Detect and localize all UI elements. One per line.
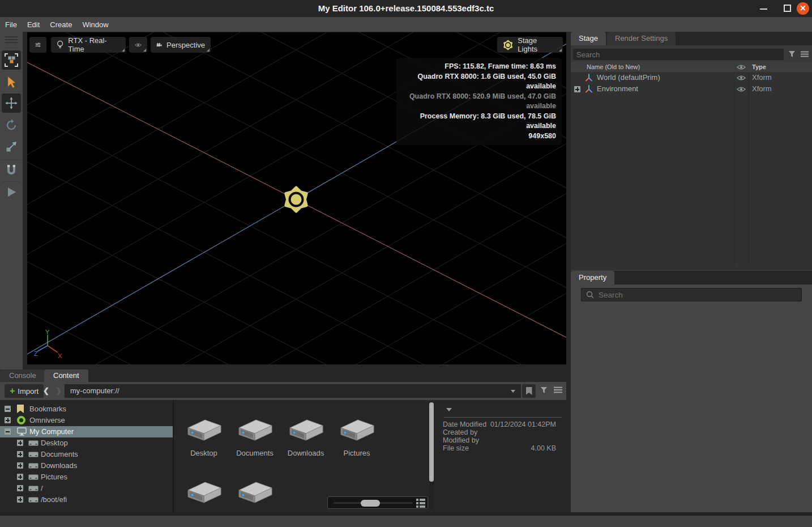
import-button[interactable]: + Import <box>5 384 44 398</box>
select-tool-button[interactable] <box>2 73 21 92</box>
drive-icon[interactable] <box>288 418 324 443</box>
expand-icon[interactable] <box>17 440 23 446</box>
stage-menu-icon[interactable] <box>801 51 809 57</box>
date-modified-label: Date Modified <box>443 420 486 428</box>
tree-item-bookmarks[interactable]: Bookmarks <box>0 403 173 415</box>
tree-grid-splitter[interactable] <box>173 400 174 512</box>
eye-icon <box>135 41 142 49</box>
tree-item-documents[interactable]: Documents <box>0 449 173 460</box>
menu-file[interactable]: File <box>5 20 17 29</box>
details-collapse-icon[interactable] <box>446 408 452 411</box>
menu-create[interactable]: Create <box>50 20 72 29</box>
path-input[interactable]: my-computer:// <box>65 384 521 398</box>
column-type[interactable]: Type <box>752 62 766 72</box>
drive-icon <box>28 496 39 503</box>
prim-name: World (defaultPrim) <box>597 72 660 83</box>
tree-item-label: /boot/efi <box>41 494 67 505</box>
move-tool-button[interactable] <box>2 94 21 113</box>
grid-item-label[interactable]: Pictures <box>331 449 382 457</box>
grid-view-icon[interactable] <box>416 499 425 508</box>
viewport-settings-button[interactable] <box>29 37 46 53</box>
grid-item-label[interactable]: Desktop <box>178 449 229 457</box>
thumbnail-size-slider[interactable] <box>327 496 428 509</box>
selection-kit-button[interactable] <box>2 50 21 70</box>
camera-button[interactable]: Perspective <box>151 37 211 53</box>
dropdown-icon[interactable] <box>511 390 515 393</box>
stage-row-world[interactable]: World (defaultPrim) Xform <box>571 72 812 83</box>
tab-content[interactable]: Content <box>44 369 88 382</box>
drive-icon[interactable] <box>186 418 222 443</box>
drive-icon[interactable] <box>186 481 222 505</box>
slider-thumb[interactable] <box>361 500 380 507</box>
expand-icon[interactable] <box>17 451 23 457</box>
grid-scrollbar[interactable] <box>429 401 434 509</box>
snap-tool-button[interactable] <box>2 160 21 180</box>
collapse-icon[interactable] <box>5 406 11 412</box>
tree-item-omniverse[interactable]: Omniverse <box>0 415 173 426</box>
grid-item-label[interactable]: Downloads <box>280 449 331 457</box>
tree-item-boot-efi[interactable]: /boot/efi <box>0 494 173 505</box>
prim-type: Xform <box>752 83 772 95</box>
menu-edit[interactable]: Edit <box>27 20 40 29</box>
tab-stage[interactable]: Stage <box>571 32 606 45</box>
maximize-icon[interactable] <box>784 5 791 12</box>
collapse-icon[interactable] <box>5 428 11 435</box>
content-filter-icon[interactable] <box>540 386 548 394</box>
property-search-input[interactable] <box>599 291 785 299</box>
modified-by-label: Modified by <box>443 436 479 444</box>
stage-row-environment[interactable]: Environment Xform <box>571 83 812 95</box>
column-name[interactable]: Name (Old to New) <box>587 62 640 72</box>
renderer-button[interactable]: RTX - Real-Time <box>51 37 126 53</box>
column-visibility-icon <box>737 64 746 70</box>
minimize-icon[interactable] <box>760 8 767 10</box>
tab-render-settings[interactable]: Render Settings <box>607 32 676 45</box>
expand-icon[interactable] <box>17 485 23 491</box>
forward-icon[interactable]: ❯ <box>55 384 62 398</box>
tree-item-downloads[interactable]: Downloads <box>0 460 173 471</box>
drive-icon <box>28 451 39 458</box>
expand-icon[interactable] <box>574 86 580 92</box>
drive-icon[interactable] <box>339 418 375 443</box>
import-label: Import <box>18 387 39 396</box>
settings-sliders-icon <box>35 41 41 49</box>
drive-icon <box>28 474 39 481</box>
axis-gizmo[interactable]: Y X Z <box>34 330 63 359</box>
axis-y-label: Y <box>45 330 50 335</box>
stage-filter-icon[interactable] <box>788 50 796 58</box>
bookmark-button[interactable] <box>522 384 536 398</box>
left-toolbar <box>0 32 23 369</box>
axis-z-label: Z <box>34 350 38 357</box>
tree-item-desktop[interactable]: Desktop <box>0 437 173 449</box>
tab-property[interactable]: Property <box>571 271 614 284</box>
content-menu-icon[interactable] <box>554 386 562 393</box>
tree-item-root[interactable]: / <box>0 483 173 494</box>
expand-icon[interactable] <box>17 462 23 469</box>
visibility-eye-icon[interactable] <box>737 86 746 92</box>
menu-window[interactable]: Window <box>82 20 108 29</box>
snap-icon <box>5 164 18 176</box>
drag-handle-icon[interactable] <box>5 36 18 44</box>
expand-icon[interactable] <box>17 496 23 503</box>
visibility-eye-icon[interactable] <box>737 75 746 81</box>
move-icon <box>5 97 18 109</box>
viewport-3d[interactable]: RTX - Real-Time Perspective Stage Lights… <box>27 32 566 364</box>
grid-item-label[interactable]: Documents <box>229 449 280 457</box>
drive-icon[interactable] <box>237 481 273 505</box>
tab-console[interactable]: Console <box>0 369 45 382</box>
property-search[interactable] <box>581 288 802 301</box>
stage-search-input[interactable] <box>573 49 784 60</box>
expand-icon[interactable] <box>17 474 23 480</box>
close-icon[interactable]: ✕ <box>797 2 809 15</box>
stage-lights-button[interactable]: Stage Lights <box>497 37 563 53</box>
viewport-stats-overlay: FPS: 115.82, Frame time: 8.63 ms Quadro … <box>396 58 562 145</box>
play-button[interactable] <box>2 182 21 202</box>
scene-light-icon[interactable] <box>283 186 310 213</box>
viewport-visibility-button[interactable] <box>129 37 147 53</box>
drive-icon[interactable] <box>237 418 273 443</box>
rotate-tool-button[interactable] <box>2 116 21 135</box>
scale-tool-button[interactable] <box>2 137 21 156</box>
expand-icon[interactable] <box>5 417 11 423</box>
tree-item-pictures[interactable]: Pictures <box>0 471 173 483</box>
back-icon[interactable]: ❮ <box>43 384 49 398</box>
tree-item-my-computer[interactable]: My Computer <box>0 426 173 437</box>
